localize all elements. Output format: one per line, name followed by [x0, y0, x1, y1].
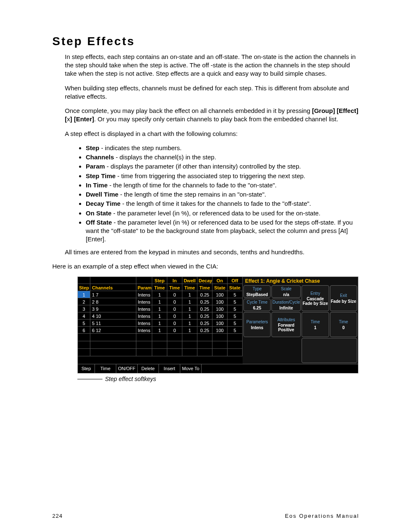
column-header: Channels — [90, 284, 136, 291]
entry-panel[interactable]: EntryCascade Fade by Size — [302, 285, 329, 311]
table-cell — [197, 341, 212, 349]
column-header: Step — [78, 284, 90, 291]
table-cell — [90, 341, 136, 349]
table-cell[interactable]: 0.25 — [197, 312, 212, 320]
effect-title: Effect 1: Angie & Cricket Chase — [243, 277, 357, 285]
table-cell[interactable]: 2 8 — [90, 298, 136, 305]
table-cell — [90, 334, 136, 341]
table-cell[interactable]: 3 — [78, 305, 90, 312]
blank-panel[interactable] — [302, 338, 357, 363]
column-list: Step - indicates the step numbers.Channe… — [52, 144, 359, 244]
type-panel[interactable]: TypeStepBased — [243, 285, 271, 298]
table-cell — [78, 334, 90, 341]
table-cell — [182, 349, 197, 356]
column-header: State — [228, 284, 243, 291]
table-cell — [167, 334, 182, 341]
parameters-panel[interactable]: ParametersIntens — [243, 312, 271, 337]
table-cell[interactable]: 100 — [212, 291, 228, 298]
table-cell[interactable]: 1 — [182, 298, 197, 305]
softkey-time[interactable]: Time — [95, 364, 116, 373]
table-cell[interactable]: 2 — [78, 298, 90, 305]
table-cell[interactable]: 100 — [212, 327, 228, 334]
table-cell[interactable]: 5 — [228, 327, 243, 334]
scale-panel[interactable]: Scalen/a — [271, 285, 301, 298]
table-cell[interactable]: 1 — [182, 327, 197, 334]
paragraph: When building step effects, channels mus… — [65, 84, 359, 101]
table-cell[interactable]: 1 — [182, 305, 197, 312]
paragraph: All times are entered from the keypad in… — [65, 248, 359, 256]
table-cell[interactable]: 100 — [212, 320, 228, 327]
table-cell — [228, 341, 243, 349]
table-cell[interactable]: Intens — [136, 327, 152, 334]
column-header: Time — [182, 284, 197, 291]
table-cell[interactable]: 0.25 — [197, 291, 212, 298]
softkey-insert[interactable]: Insert — [159, 364, 180, 373]
paragraph: In step effects, each step contains an o… — [65, 53, 359, 78]
table-cell[interactable]: Intens — [136, 320, 152, 327]
table-cell[interactable]: 1 — [152, 312, 167, 320]
table-cell — [182, 341, 197, 349]
paragraph: A step effect is displayed in a chart wi… — [65, 130, 359, 138]
table-cell[interactable]: 0 — [167, 298, 182, 305]
table-cell[interactable]: 5 — [228, 312, 243, 320]
table-cell[interactable]: Intens — [136, 291, 152, 298]
time-in-panel[interactable]: Time1 — [302, 312, 329, 337]
table-cell[interactable]: 0 — [167, 312, 182, 320]
table-cell[interactable]: 1 — [182, 291, 197, 298]
attributes-panel[interactable]: AttributesForward Positive — [271, 312, 301, 337]
table-cell[interactable]: 1 — [152, 327, 167, 334]
table-cell[interactable]: 6 12 — [90, 327, 136, 334]
cia-screenshot: StepInDwellDecayOnOff StepChannelsParamT… — [77, 276, 358, 373]
table-cell[interactable]: 4 10 — [90, 312, 136, 320]
column-header: Step — [152, 277, 167, 284]
table-cell[interactable]: 1 — [182, 320, 197, 327]
table-cell[interactable]: Intens — [136, 312, 152, 320]
cycle-time-panel[interactable]: Cycle Time6.25 — [243, 299, 271, 311]
column-header: Time — [167, 284, 182, 291]
table-cell[interactable]: 5 11 — [90, 320, 136, 327]
table-cell — [90, 349, 136, 356]
table-cell[interactable]: 0 — [167, 305, 182, 312]
table-cell[interactable]: 1 — [152, 291, 167, 298]
column-header: State — [212, 284, 228, 291]
softkey-move-to[interactable]: Move To — [180, 364, 202, 373]
table-cell — [197, 349, 212, 356]
table-cell[interactable]: 5 — [228, 320, 243, 327]
softkey-delete[interactable]: Delete — [138, 364, 159, 373]
table-cell[interactable]: 6 — [78, 327, 90, 334]
table-cell[interactable]: Intens — [136, 298, 152, 305]
table-cell[interactable]: Intens — [136, 305, 152, 312]
softkey-step[interactable]: Step — [78, 364, 95, 373]
softkey-on-off[interactable]: ON/OFF — [116, 364, 138, 373]
table-cell[interactable]: 5 — [228, 298, 243, 305]
table-cell[interactable]: 0 — [167, 291, 182, 298]
table-cell[interactable]: 5 — [78, 320, 90, 327]
table-cell[interactable]: 0.25 — [197, 327, 212, 334]
table-cell[interactable]: 100 — [212, 305, 228, 312]
table-cell[interactable]: 3 9 — [90, 305, 136, 312]
table-cell[interactable]: 1 — [152, 298, 167, 305]
table-cell[interactable]: 0 — [167, 327, 182, 334]
table-cell[interactable]: 0.25 — [197, 298, 212, 305]
duration-panel[interactable]: Duration/CycleInfinite — [271, 299, 301, 311]
column-header: In — [167, 277, 182, 284]
caption: Step effect softkeys — [105, 375, 156, 383]
table-cell[interactable]: 4 — [78, 312, 90, 320]
table-cell[interactable]: 100 — [212, 312, 228, 320]
table-cell — [152, 334, 167, 341]
table-cell[interactable]: 0.25 — [197, 305, 212, 312]
exit-panel[interactable]: ExitFade by Size — [330, 285, 357, 311]
table-cell[interactable]: 1 — [78, 291, 90, 298]
table-cell[interactable]: 0.25 — [197, 320, 212, 327]
table-cell[interactable]: 0 — [167, 320, 182, 327]
column-header — [90, 277, 136, 284]
table-cell[interactable]: 1 7 — [90, 291, 136, 298]
table-cell[interactable]: 1 — [182, 312, 197, 320]
table-cell[interactable]: 5 — [228, 305, 243, 312]
table-cell[interactable]: 1 — [152, 305, 167, 312]
table-cell[interactable]: 5 — [228, 291, 243, 298]
time-out-panel[interactable]: Time0 — [330, 312, 357, 337]
table-cell[interactable]: 100 — [212, 298, 228, 305]
paragraph: Here is an example of a step effect when… — [52, 262, 359, 271]
table-cell[interactable]: 1 — [152, 320, 167, 327]
